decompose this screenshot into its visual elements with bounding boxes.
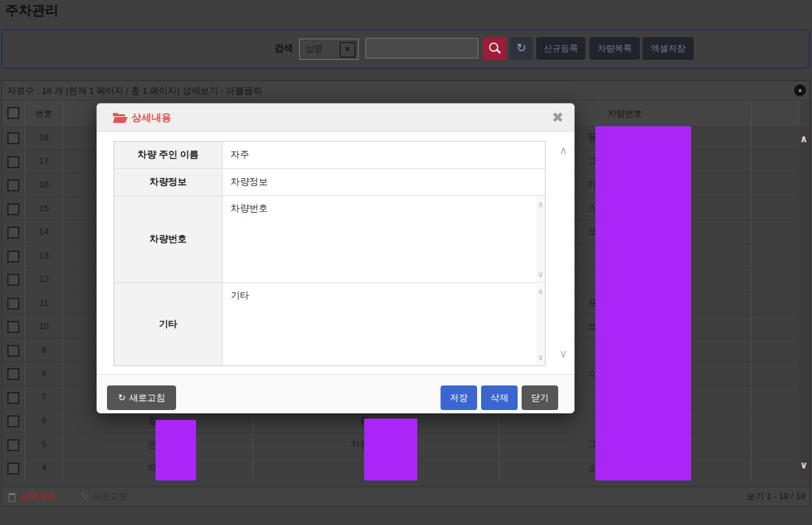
row-checkbox[interactable] bbox=[7, 439, 19, 451]
search-button[interactable] bbox=[483, 37, 506, 60]
refresh-icon: ↻ bbox=[516, 41, 526, 54]
paging-status: 보기 1 - 18 / 18 bbox=[747, 487, 805, 506]
vehicle-info-label: 차량정보 bbox=[114, 169, 223, 195]
refresh-icon: ↻ bbox=[118, 393, 126, 403]
modal-scroll-down-icon[interactable]: ∨ bbox=[559, 347, 567, 361]
row-number: 9 bbox=[25, 339, 63, 362]
row-checkbox[interactable] bbox=[7, 156, 19, 168]
search-field-select[interactable]: 성명 ∨ bbox=[299, 39, 359, 60]
excel-save-button[interactable]: 엑셀저장 bbox=[643, 37, 694, 60]
scroll-down-icon[interactable]: ∨ bbox=[536, 269, 545, 279]
row-checkbox[interactable] bbox=[7, 274, 19, 286]
grid-footer: 선택삭제 ↻ 새로고침 보기 1 - 18 / 18 bbox=[2, 486, 809, 506]
row-checkbox[interactable] bbox=[7, 227, 19, 239]
redaction-box-name-column bbox=[155, 420, 196, 480]
modal-footer: ↻새로고침 저장 삭제 닫기 bbox=[97, 374, 574, 413]
etc-textarea[interactable]: 기타 ∧ ∨ bbox=[223, 283, 545, 366]
vehicle-info-input[interactable]: 차량정보 bbox=[223, 169, 545, 195]
new-register-button[interactable]: 신규등록 bbox=[536, 37, 585, 60]
row-checkbox[interactable] bbox=[7, 251, 19, 262]
caret-up-icon: ▲ bbox=[797, 87, 803, 93]
modal-scroll-up-icon[interactable]: ∧ bbox=[559, 144, 567, 158]
row-number: 7 bbox=[25, 386, 63, 409]
row-number: 18 bbox=[25, 126, 63, 150]
row-number: 11 bbox=[25, 292, 63, 315]
row-number: 16 bbox=[25, 173, 63, 197]
row-number: 13 bbox=[25, 245, 63, 268]
row-checkbox[interactable] bbox=[7, 392, 19, 404]
row-number: 15 bbox=[25, 197, 63, 221]
vehicle-number-label: 차량번호 bbox=[114, 196, 223, 282]
redaction-box-info-column bbox=[364, 419, 417, 480]
delete-selected-link[interactable]: 선택삭제 bbox=[20, 487, 54, 506]
scroll-up-icon[interactable]: ∧ bbox=[536, 199, 545, 209]
search-label: 검색 bbox=[274, 43, 293, 54]
refresh-icon: ↻ bbox=[81, 487, 88, 506]
textarea-scrollbar[interactable]: ∧ ∨ bbox=[536, 284, 545, 365]
table-scrollbar[interactable]: ∧ ∨ bbox=[799, 126, 809, 480]
redaction-box-vehicle-column bbox=[595, 126, 691, 480]
close-button[interactable]: 닫기 bbox=[522, 385, 558, 410]
row-checkbox[interactable] bbox=[7, 132, 19, 144]
row-checkbox[interactable] bbox=[7, 463, 19, 474]
record-count-text: 자료수 : 18 개 (현재 1 페이지 / 총 1 페이지) 상세보기 - 더… bbox=[7, 81, 262, 100]
search-icon bbox=[489, 43, 498, 52]
close-icon[interactable]: ✖ bbox=[552, 104, 563, 132]
row-checkbox[interactable] bbox=[7, 321, 19, 333]
panel-collapse-button[interactable]: ▲ bbox=[794, 84, 806, 96]
scroll-down-icon[interactable]: ∨ bbox=[536, 352, 545, 362]
detail-form: 차량 주인 이름 자주 차량정보 차량정보 차량번호 차량번호 ∧ ∨ 기타 bbox=[114, 141, 546, 366]
chevron-down-icon: ∨ bbox=[340, 42, 355, 58]
modal-refresh-button[interactable]: ↻새로고침 bbox=[107, 385, 176, 410]
search-select-value: 성명 bbox=[305, 39, 323, 58]
row-number: 10 bbox=[25, 315, 63, 338]
refresh-button[interactable]: ↻ bbox=[510, 37, 533, 60]
row-checkbox[interactable] bbox=[7, 368, 19, 380]
vehicle-number-textarea[interactable]: 차량번호 ∧ ∨ bbox=[223, 196, 545, 282]
row-number: 6 bbox=[25, 409, 63, 433]
header-extra bbox=[752, 101, 799, 126]
header-number: 번호 bbox=[25, 101, 63, 126]
scroll-up-icon[interactable]: ∧ bbox=[536, 286, 545, 296]
form-row-etc: 기타 기타 ∧ ∨ bbox=[114, 283, 545, 366]
form-row-vehicle-number: 차량번호 차량번호 ∧ ∨ bbox=[114, 196, 545, 283]
refresh-link[interactable]: 새로고침 bbox=[93, 487, 128, 506]
textarea-scrollbar[interactable]: ∧ ∨ bbox=[536, 197, 545, 282]
scroll-up-icon[interactable]: ∧ bbox=[799, 133, 809, 145]
modal-title: 상세내용 bbox=[132, 104, 171, 132]
row-number: 17 bbox=[25, 150, 63, 173]
row-checkbox[interactable] bbox=[7, 415, 19, 427]
trash-icon bbox=[9, 493, 15, 502]
row-checkbox[interactable] bbox=[7, 203, 19, 215]
scroll-down-icon[interactable]: ∨ bbox=[799, 459, 809, 471]
app-root: 주차관리 검색 성명 ∨ ↻ 신규등록 차량목록 엑셀저장 자료수 : 18 개… bbox=[0, 0, 812, 525]
search-input[interactable] bbox=[365, 38, 478, 58]
vehicle-list-button[interactable]: 차량목록 bbox=[589, 37, 640, 60]
row-checkbox[interactable] bbox=[7, 345, 19, 357]
row-number: 14 bbox=[25, 221, 63, 244]
modal-header: 상세내용 ✖ bbox=[97, 104, 574, 132]
page-title: 주차관리 bbox=[5, 1, 58, 19]
owner-name-input[interactable]: 자주 bbox=[223, 142, 545, 168]
header-checkbox-cell bbox=[2, 101, 25, 126]
row-checkbox[interactable] bbox=[7, 298, 19, 310]
select-all-checkbox[interactable] bbox=[7, 107, 19, 119]
etc-label: 기타 bbox=[114, 283, 223, 366]
folder-icon bbox=[113, 112, 128, 123]
row-number: 5 bbox=[25, 433, 63, 457]
delete-button[interactable]: 삭제 bbox=[481, 385, 518, 410]
grid-infobar: 자료수 : 18 개 (현재 1 페이지 / 총 1 페이지) 상세보기 - 더… bbox=[2, 81, 809, 101]
form-row-owner: 차량 주인 이름 자주 bbox=[114, 142, 545, 169]
row-number: 4 bbox=[25, 457, 63, 480]
save-button[interactable]: 저장 bbox=[441, 385, 477, 410]
row-number: 12 bbox=[25, 268, 63, 291]
detail-modal: 상세내용 ✖ 차량 주인 이름 자주 차량정보 차량정보 차량번호 차량번호 ∧… bbox=[96, 103, 575, 413]
row-checkbox[interactable] bbox=[7, 179, 19, 191]
row-number: 8 bbox=[25, 362, 63, 385]
owner-name-label: 차량 주인 이름 bbox=[114, 142, 223, 168]
form-row-vehicle-info: 차량정보 차량정보 bbox=[114, 169, 545, 196]
